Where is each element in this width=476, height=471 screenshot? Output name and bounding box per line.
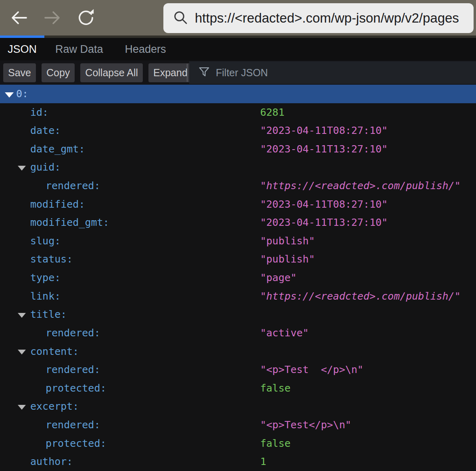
url-bar[interactable] (163, 3, 474, 33)
json-value: "<p>Test </p>\n" (260, 361, 363, 379)
search-magnifier-icon (163, 9, 188, 27)
json-key: id: (30, 103, 48, 122)
json-key: author: (30, 452, 73, 471)
tree-row[interactable]: type:"page" (0, 269, 476, 287)
expand-arrow-icon[interactable] (18, 350, 26, 354)
json-key: title: (30, 305, 67, 324)
forward-button[interactable] (42, 7, 63, 28)
json-key: type: (30, 269, 61, 287)
json-key: rendered: (46, 361, 100, 379)
expand-arrow-icon[interactable] (18, 313, 26, 318)
json-key: guid: (30, 158, 61, 177)
json-key: link: (30, 287, 61, 306)
json-key: 0: (16, 85, 28, 103)
tree-row[interactable]: modified:"2023-04-11T08:27:10" (0, 195, 476, 214)
tree-row[interactable]: rendered:"active" (0, 324, 476, 342)
filter-json-box[interactable] (189, 61, 476, 84)
browser-window: JSON Raw Data Headers Save Copy Collapse… (0, 0, 476, 471)
json-value: "https://<readcted>.com/publish/" (260, 287, 461, 306)
json-value: "publish" (260, 250, 315, 269)
tree-row[interactable]: excerpt: (0, 397, 476, 416)
json-value: "2023-04-11T13:27:10" (260, 140, 388, 158)
jsonviewer-tabstrip: JSON Raw Data Headers (0, 35, 476, 60)
json-tree: 0: id:6281date:"2023-04-11T08:27:10"date… (0, 85, 476, 471)
json-key: protected: (46, 434, 106, 453)
expand-arrow-icon[interactable] (18, 166, 26, 171)
tree-row[interactable]: rendered:"<p>Test </p>\n" (0, 361, 476, 379)
tree-row[interactable]: id:6281 (0, 103, 476, 122)
tree-row[interactable]: date:"2023-04-11T08:27:10" (0, 121, 476, 140)
reload-icon (76, 8, 96, 27)
tree-row[interactable]: status:"publish" (0, 250, 476, 269)
tree-row[interactable]: rendered:"https://<readcted>.com/publish… (0, 177, 476, 195)
funnel-filter-icon (189, 66, 210, 79)
json-value: "2023-04-11T13:27:10" (260, 213, 388, 232)
json-value: false (260, 434, 290, 453)
tree-row[interactable]: date_gmt:"2023-04-11T13:27:10" (0, 140, 476, 158)
json-value: "2023-04-11T08:27:10" (260, 195, 388, 214)
json-key: status: (30, 250, 73, 269)
json-key: rendered: (46, 416, 100, 434)
tree-row-root[interactable]: 0: (0, 85, 476, 103)
tree-row[interactable]: author:1 (0, 452, 476, 471)
tab-json[interactable]: JSON (0, 35, 44, 60)
collapse-all-button[interactable]: Collapse All (80, 63, 143, 82)
tab-raw-data[interactable]: Raw Data (44, 35, 114, 60)
save-button[interactable]: Save (3, 63, 36, 82)
json-key: date_gmt: (30, 140, 85, 158)
json-key: modified_gmt: (30, 213, 109, 232)
json-key: date: (30, 121, 61, 140)
expand-arrow-icon[interactable] (18, 405, 26, 410)
tree-row[interactable]: rendered:"<p>Test</p>\n" (0, 416, 476, 434)
json-value: "https://<readcted>.com/publish/" (260, 177, 461, 195)
browser-toolbar (0, 0, 476, 35)
json-value: "active" (260, 324, 309, 342)
json-key: content: (30, 342, 79, 361)
expand-arrow-icon[interactable] (5, 92, 14, 98)
json-value: "<p>Test</p>\n" (260, 416, 351, 434)
back-arrow-icon (9, 8, 29, 27)
json-value: 6281 (260, 103, 284, 122)
json-value: "publish" (260, 232, 315, 250)
json-value: false (260, 379, 290, 398)
tree-row[interactable]: content: (0, 342, 476, 361)
json-value: 1 (260, 452, 266, 471)
json-value: "page" (260, 269, 296, 287)
jsonviewer-toolbar: Save Copy Collapse All Expand All (0, 60, 476, 85)
tree-row[interactable]: title: (0, 305, 476, 324)
toolbar-divider (187, 64, 188, 82)
json-value: "2023-04-11T08:27:10" (260, 121, 388, 140)
json-key: rendered: (46, 324, 100, 342)
reload-button[interactable] (75, 7, 96, 28)
json-key: modified: (30, 195, 85, 214)
json-key: slug: (30, 232, 61, 250)
filter-json-input[interactable] (216, 67, 476, 79)
tree-row[interactable]: slug:"publish" (0, 232, 476, 250)
url-input[interactable] (195, 3, 474, 33)
tab-headers[interactable]: Headers (114, 35, 177, 60)
tree-row[interactable]: modified_gmt:"2023-04-11T13:27:10" (0, 213, 476, 232)
tree-row[interactable]: link:"https://<readcted>.com/publish/" (0, 287, 476, 306)
forward-arrow-icon (43, 8, 62, 27)
tree-row[interactable]: protected:false (0, 434, 476, 453)
json-key: rendered: (46, 177, 100, 195)
copy-button[interactable]: Copy (42, 63, 75, 82)
tree-row[interactable]: guid: (0, 158, 476, 177)
tree-row[interactable]: protected:false (0, 379, 476, 398)
json-key: excerpt: (30, 397, 79, 416)
json-key: protected: (46, 379, 106, 398)
back-button[interactable] (8, 7, 29, 28)
